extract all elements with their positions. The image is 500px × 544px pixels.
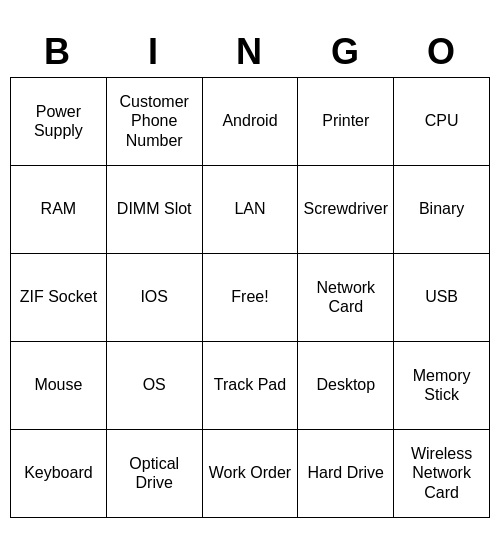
cell-text-19: Memory Stick [398,366,485,404]
bingo-cell-14[interactable]: USB [394,254,490,342]
bingo-cell-13[interactable]: Network Card [298,254,394,342]
cell-text-17: Track Pad [214,375,286,394]
header-o: O [394,27,490,77]
bingo-cell-0[interactable]: Power Supply [11,78,107,166]
cell-text-9: Binary [419,199,464,218]
cell-text-14: USB [425,287,458,306]
bingo-header: B I N G O [10,27,490,77]
cell-text-24: Wireless Network Card [398,444,485,502]
bingo-cell-7[interactable]: LAN [203,166,299,254]
cell-text-18: Desktop [316,375,375,394]
bingo-cell-5[interactable]: RAM [11,166,107,254]
cell-text-11: IOS [140,287,168,306]
bingo-cell-18[interactable]: Desktop [298,342,394,430]
cell-text-6: DIMM Slot [117,199,192,218]
cell-text-1: Customer Phone Number [111,92,198,150]
bingo-cell-1[interactable]: Customer Phone Number [107,78,203,166]
header-n: N [202,27,298,77]
cell-text-0: Power Supply [15,102,102,140]
cell-text-2: Android [222,111,277,130]
cell-text-15: Mouse [34,375,82,394]
bingo-cell-23[interactable]: Hard Drive [298,430,394,518]
header-i: I [106,27,202,77]
header-b: B [10,27,106,77]
cell-text-22: Work Order [209,463,291,482]
bingo-cell-11[interactable]: IOS [107,254,203,342]
bingo-grid: Power SupplyCustomer Phone NumberAndroid… [10,77,490,518]
cell-text-21: Optical Drive [111,454,198,492]
bingo-cell-4[interactable]: CPU [394,78,490,166]
bingo-cell-9[interactable]: Binary [394,166,490,254]
bingo-cell-24[interactable]: Wireless Network Card [394,430,490,518]
bingo-card: B I N G O Power SupplyCustomer Phone Num… [10,27,490,518]
cell-text-13: Network Card [302,278,389,316]
bingo-cell-10[interactable]: ZIF Socket [11,254,107,342]
bingo-cell-21[interactable]: Optical Drive [107,430,203,518]
cell-text-5: RAM [41,199,77,218]
cell-text-10: ZIF Socket [20,287,97,306]
cell-text-4: CPU [425,111,459,130]
cell-text-16: OS [143,375,166,394]
cell-text-23: Hard Drive [308,463,384,482]
bingo-cell-3[interactable]: Printer [298,78,394,166]
cell-text-8: Screwdriver [304,199,388,218]
bingo-cell-12[interactable]: Free! [203,254,299,342]
header-g: G [298,27,394,77]
bingo-cell-16[interactable]: OS [107,342,203,430]
cell-text-12: Free! [231,287,268,306]
bingo-cell-19[interactable]: Memory Stick [394,342,490,430]
bingo-cell-15[interactable]: Mouse [11,342,107,430]
cell-text-20: Keyboard [24,463,93,482]
bingo-cell-22[interactable]: Work Order [203,430,299,518]
bingo-cell-2[interactable]: Android [203,78,299,166]
bingo-cell-17[interactable]: Track Pad [203,342,299,430]
bingo-cell-20[interactable]: Keyboard [11,430,107,518]
bingo-cell-8[interactable]: Screwdriver [298,166,394,254]
cell-text-7: LAN [234,199,265,218]
cell-text-3: Printer [322,111,369,130]
bingo-cell-6[interactable]: DIMM Slot [107,166,203,254]
